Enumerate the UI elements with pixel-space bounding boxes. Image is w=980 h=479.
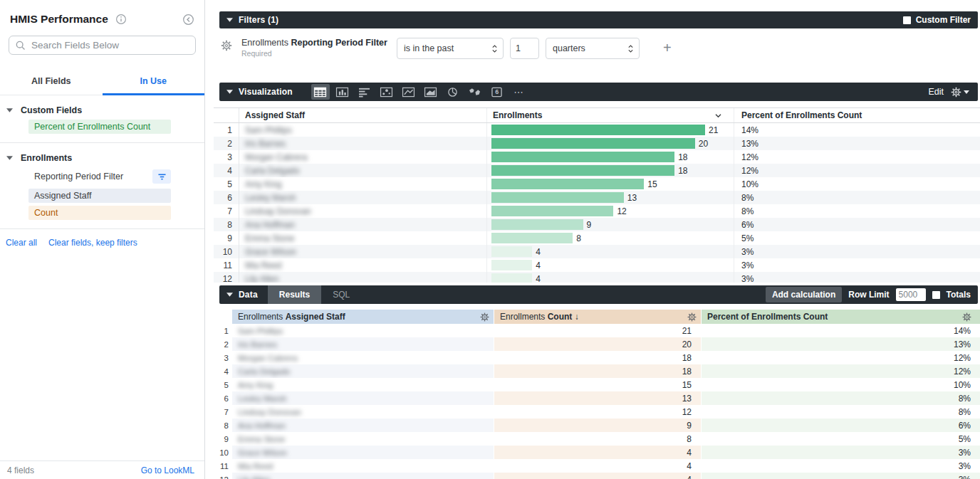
enrollment-bar[interactable]	[491, 233, 573, 243]
percent-cell[interactable]: 12%	[702, 351, 980, 364]
staff-name-cell[interactable]: Amy King	[232, 378, 494, 391]
enrollments-bar-cell[interactable]: 20	[487, 137, 734, 150]
sort-desc-arrow-icon[interactable]: ↓	[575, 312, 579, 322]
enrollments-bar-cell[interactable]: 12	[487, 204, 734, 218]
viz-header-enrollments[interactable]: Enrollments	[487, 108, 734, 122]
viz-type-more-icon[interactable]: ⋯	[510, 84, 528, 100]
enrollments-bar-cell[interactable]: 15	[487, 177, 734, 191]
enrollments-bar-cell[interactable]: 13	[487, 191, 734, 204]
enrollments-bar-cell[interactable]: 21	[487, 123, 734, 137]
percent-cell[interactable]: 3%	[734, 245, 980, 258]
percent-cell[interactable]: 14%	[702, 324, 980, 337]
filter-amount-input[interactable]	[510, 38, 539, 59]
clear-fields-keep-filters-link[interactable]: Clear fields, keep filters	[48, 238, 137, 248]
custom-fields-header[interactable]: Custom Fields	[0, 102, 204, 120]
viz-type-map-icon[interactable]	[466, 84, 484, 100]
staff-name-cell[interactable]: Emma Stone	[232, 432, 494, 446]
count-cell[interactable]: 15	[494, 378, 702, 391]
collapse-visualization-icon[interactable]	[226, 90, 233, 94]
enrollment-bar[interactable]	[491, 138, 695, 149]
staff-name-cell[interactable]: Iris Barnes	[232, 337, 494, 351]
enrollment-bar[interactable]	[491, 260, 532, 270]
staff-name-cell[interactable]: Ana Hoffman	[239, 218, 487, 231]
field-count[interactable]: Count	[28, 206, 171, 220]
percent-cell[interactable]: 13%	[734, 137, 980, 150]
enrollments-bar-cell[interactable]: 18	[487, 164, 734, 177]
staff-name-cell[interactable]: Sam Phillips	[232, 324, 494, 337]
row-limit-input[interactable]	[896, 288, 926, 301]
count-cell[interactable]: 18	[494, 364, 702, 378]
viz-type-line-icon[interactable]	[400, 84, 418, 100]
enrollments-bar-cell[interactable]: 8	[487, 231, 734, 245]
staff-name-cell[interactable]: Morgan Cabrera	[232, 351, 494, 364]
gear-icon[interactable]	[687, 312, 697, 322]
staff-name-cell[interactable]: Grace Wilson	[232, 446, 494, 459]
count-cell[interactable]: 4	[494, 446, 702, 459]
percent-cell[interactable]: 10%	[734, 177, 980, 191]
viz-type-scatter-icon[interactable]	[377, 84, 396, 100]
tab-sql[interactable]: SQL	[321, 285, 361, 304]
staff-name-cell[interactable]: Lindsay Donovan	[232, 405, 494, 419]
percent-cell[interactable]: 10%	[702, 378, 980, 391]
percent-cell[interactable]: 8%	[734, 191, 980, 204]
viz-type-single-value-icon[interactable]: 6	[488, 84, 506, 100]
gear-icon[interactable]	[480, 312, 489, 322]
staff-name-cell[interactable]: Emma Stone	[239, 231, 487, 245]
percent-cell[interactable]: 13%	[702, 337, 980, 351]
totals-checkbox[interactable]	[932, 291, 940, 299]
percent-cell[interactable]: 3%	[702, 446, 980, 459]
enrollment-bar[interactable]	[491, 165, 674, 176]
filter-unit-select[interactable]: quarters	[546, 38, 640, 59]
chevron-down-icon[interactable]	[714, 113, 728, 118]
percent-cell[interactable]: 12%	[734, 164, 980, 177]
data-header-count[interactable]: Enrollments Count ↓	[494, 310, 702, 324]
staff-name-cell[interactable]: Lily Allen	[232, 473, 494, 479]
percent-cell[interactable]: 3%	[734, 272, 980, 283]
percent-cell[interactable]: 5%	[702, 432, 980, 446]
percent-cell[interactable]: 8%	[702, 391, 980, 405]
count-cell[interactable]: 4	[494, 473, 702, 479]
tab-all-fields[interactable]: All Fields	[0, 70, 103, 95]
tab-in-use[interactable]: In Use	[103, 70, 205, 95]
field-assigned-staff[interactable]: Assigned Staff	[28, 189, 171, 203]
data-header-assigned-staff[interactable]: Enrollments Assigned Staff	[232, 310, 494, 324]
staff-name-cell[interactable]: Lesley Marsh	[239, 191, 487, 204]
field-reporting-period-filter[interactable]: Reporting Period Filter	[28, 167, 171, 186]
staff-name-cell[interactable]: Lindsay Donovan	[239, 204, 487, 218]
percent-cell[interactable]: 5%	[734, 231, 980, 245]
collapse-sidebar-icon[interactable]	[182, 14, 194, 26]
percent-cell[interactable]: 3%	[734, 258, 980, 272]
percent-cell[interactable]: 12%	[734, 150, 980, 164]
staff-name-cell[interactable]: Sam Phillips	[239, 123, 487, 137]
count-cell[interactable]: 20	[494, 337, 702, 351]
viz-header-assigned-staff[interactable]: Assigned Staff	[239, 108, 487, 122]
enrollment-bar[interactable]	[491, 192, 624, 203]
field-search-box[interactable]	[9, 36, 196, 55]
staff-name-cell[interactable]: Mia Reed	[239, 258, 487, 272]
viz-type-pie-icon[interactable]	[444, 84, 462, 100]
percent-cell[interactable]: 6%	[734, 218, 980, 231]
percent-cell[interactable]: 3%	[702, 473, 980, 479]
percent-cell[interactable]: 12%	[702, 364, 980, 378]
viz-type-column-icon[interactable]	[333, 84, 352, 100]
count-cell[interactable]: 9	[494, 419, 702, 432]
enrollment-bar[interactable]	[491, 219, 583, 230]
collapse-data-icon[interactable]	[226, 293, 233, 297]
go-to-lookml-link[interactable]: Go to LookML	[141, 465, 194, 475]
percent-cell[interactable]: 14%	[734, 123, 980, 137]
staff-name-cell[interactable]: Carla Delgado	[239, 164, 487, 177]
gear-icon[interactable]	[962, 312, 976, 322]
filter-icon[interactable]	[152, 169, 171, 184]
enrollment-bar[interactable]	[491, 179, 644, 189]
enrollment-bar[interactable]	[491, 246, 532, 257]
enrollments-bar-cell[interactable]: 18	[487, 150, 734, 164]
viz-type-table-icon[interactable]	[311, 84, 330, 100]
enrollment-bar[interactable]	[491, 125, 705, 135]
add-filter-button[interactable]: +	[663, 41, 672, 55]
enrollment-bar[interactable]	[491, 206, 613, 216]
staff-name-cell[interactable]: Lily Allen	[239, 272, 487, 283]
count-cell[interactable]: 12	[494, 405, 702, 419]
percent-cell[interactable]: 8%	[702, 405, 980, 419]
count-cell[interactable]: 8	[494, 432, 702, 446]
staff-name-cell[interactable]: Lesley Marsh	[232, 391, 494, 405]
